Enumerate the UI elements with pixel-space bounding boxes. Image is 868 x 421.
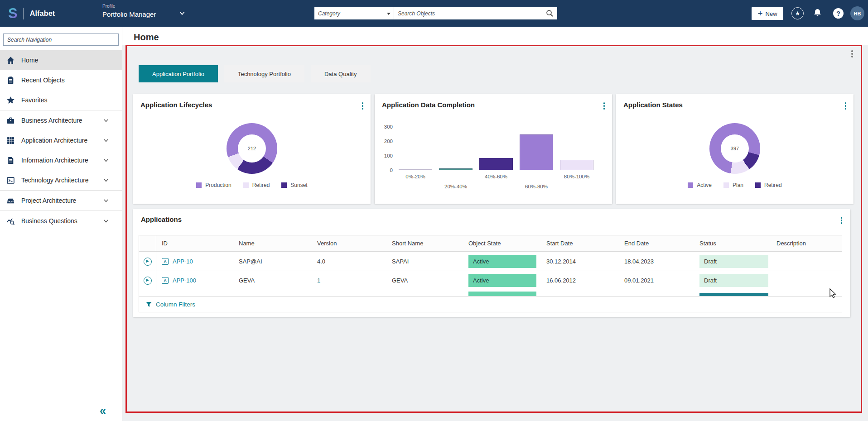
- table-row[interactable]: APP-10 SAP@AI 4.0 SAPAI Active 30.12.201…: [139, 252, 842, 271]
- y-axis-tick: 200: [376, 139, 393, 144]
- sidebar-item-label: Favorites: [21, 96, 48, 104]
- expander-column-header: [139, 235, 156, 251]
- brand-name: Alfabet: [30, 10, 55, 18]
- legend-swatch: [688, 182, 693, 188]
- legend-swatch: [281, 182, 287, 188]
- software-ag-logo-icon: S: [8, 6, 18, 20]
- column-header[interactable]: End Date: [619, 240, 694, 247]
- legend-item: Retired: [243, 182, 270, 188]
- bar-40-60: [479, 158, 513, 170]
- bar-80-100: [560, 160, 593, 170]
- object-state-badge: Active: [468, 274, 536, 287]
- sidebar-item-favorites[interactable]: Favorites: [0, 90, 122, 110]
- user-avatar[interactable]: HB: [850, 6, 864, 20]
- x-axis-label: 0%-20%: [388, 174, 443, 179]
- grid-icon: [6, 136, 15, 145]
- portfolio-tabs: Application Portfolio Technology Portfol…: [139, 65, 371, 82]
- tab-technology-portfolio[interactable]: Technology Portfolio: [224, 65, 304, 82]
- applications-kebab-menu-icon[interactable]: [840, 216, 844, 225]
- cell-name: GEVA: [233, 277, 312, 284]
- sidebar-item-recent-objects[interactable]: Recent Objects: [0, 70, 122, 90]
- chevron-down-icon[interactable]: [103, 157, 109, 165]
- card-kebab-menu-icon[interactable]: [603, 101, 606, 110]
- application-id-link[interactable]: APP-100: [173, 277, 196, 284]
- category-input[interactable]: [314, 7, 394, 19]
- column-header[interactable]: Status: [694, 240, 771, 247]
- filter-funnel-icon: [145, 301, 152, 308]
- favorites-star-icon[interactable]: ★: [791, 7, 804, 19]
- help-icon[interactable]: ?: [833, 8, 844, 19]
- column-header[interactable]: Start Date: [541, 240, 619, 247]
- legend-item: Sunset: [281, 182, 307, 188]
- column-header[interactable]: Version: [312, 240, 386, 247]
- sidebar-item-label: Project Architecture: [21, 197, 76, 204]
- search-objects-input[interactable]: [394, 7, 546, 19]
- page-kebab-menu-icon[interactable]: [850, 49, 854, 58]
- application-id-link[interactable]: APP-10: [173, 258, 193, 265]
- legend-swatch: [196, 182, 202, 188]
- y-axis-tick: 0: [376, 167, 393, 173]
- sidebar-item-application-architecture[interactable]: Application Architecture: [0, 130, 122, 150]
- sidebar-item-label: Home: [21, 57, 38, 64]
- profile-label: Profile: [102, 4, 156, 9]
- search-icon[interactable]: [546, 10, 554, 17]
- chevron-down-icon[interactable]: [103, 177, 109, 185]
- chart-legend: Production Retired Sunset: [133, 182, 371, 188]
- tray-icon: [6, 196, 15, 205]
- applications-table: ID Name Version Short Name Object State …: [139, 235, 842, 312]
- tab-application-portfolio[interactable]: Application Portfolio: [139, 65, 218, 82]
- sidebar-item-home[interactable]: Home: [0, 50, 122, 70]
- column-header[interactable]: Short Name: [386, 240, 463, 247]
- sidebar-collapse-button[interactable]: «: [100, 404, 106, 417]
- legend-item: Production: [196, 182, 231, 188]
- sidebar-item-label: Technology Architecture: [21, 177, 89, 184]
- chevron-down-icon[interactable]: [103, 117, 109, 125]
- cell-version: 4.0: [312, 258, 386, 265]
- donut-center-total: 212: [248, 146, 256, 151]
- cell-version[interactable]: 1: [312, 277, 386, 284]
- new-button[interactable]: + New: [752, 7, 783, 20]
- sidebar-item-information-architecture[interactable]: Information Architecture: [0, 150, 122, 170]
- tab-data-quality[interactable]: Data Quality: [311, 65, 371, 82]
- column-header[interactable]: ID: [156, 240, 233, 247]
- table-row-clipped: [139, 290, 842, 296]
- sidebar-item-business-architecture[interactable]: Business Architecture: [0, 110, 122, 130]
- card-kebab-menu-icon[interactable]: [361, 101, 365, 110]
- card-title: Application Data Completion: [382, 101, 475, 109]
- bar-0-20: [399, 169, 432, 170]
- chevron-down-icon[interactable]: [103, 137, 109, 145]
- category-dropdown[interactable]: [314, 7, 394, 19]
- sidebar-item-project-architecture[interactable]: Project Architecture: [0, 191, 122, 210]
- column-filters-bar[interactable]: Column Filters: [139, 296, 842, 312]
- card-kebab-menu-icon[interactable]: [844, 101, 848, 110]
- search-objects-box[interactable]: [394, 7, 557, 19]
- application-icon: [162, 258, 169, 265]
- terminal-icon: [6, 176, 15, 185]
- x-axis-label: 80%-100%: [550, 174, 604, 179]
- sidebar-nav: Home Recent Objects Favorites Business A…: [0, 50, 122, 231]
- object-state-badge: Active: [468, 255, 536, 268]
- expand-play-icon[interactable]: [144, 277, 152, 285]
- header-divider: [23, 8, 24, 19]
- column-header[interactable]: Object State: [463, 240, 541, 247]
- sidebar-item-business-questions[interactable]: Business Questions: [0, 211, 122, 231]
- chevron-down-icon[interactable]: [103, 197, 109, 205]
- clipped-object-state-badge: [468, 292, 536, 296]
- column-header[interactable]: Description: [771, 240, 842, 247]
- x-axis-label: 20%-40%: [429, 184, 483, 189]
- column-header[interactable]: Name: [233, 240, 312, 247]
- bar-60-80: [520, 134, 553, 170]
- notifications-bell-icon[interactable]: [812, 8, 823, 20]
- expand-play-icon[interactable]: [144, 258, 152, 266]
- chevron-down-icon[interactable]: [103, 218, 109, 225]
- sidebar-search: [3, 33, 119, 46]
- lifecycles-donut-chart: 212: [227, 123, 277, 174]
- sidebar-item-technology-architecture[interactable]: Technology Architecture: [0, 170, 122, 190]
- sidebar-item-label: Application Architecture: [21, 137, 87, 144]
- document-icon: [6, 156, 15, 165]
- profile-selector[interactable]: Profile Portfolio Manager: [102, 4, 156, 18]
- chevron-down-icon[interactable]: [178, 10, 186, 19]
- table-row[interactable]: APP-100 GEVA 1 GEVA Active 16.06.2012 09…: [139, 271, 842, 290]
- sidebar-search-input[interactable]: [3, 33, 119, 46]
- cell-start-date: 16.06.2012: [541, 277, 619, 284]
